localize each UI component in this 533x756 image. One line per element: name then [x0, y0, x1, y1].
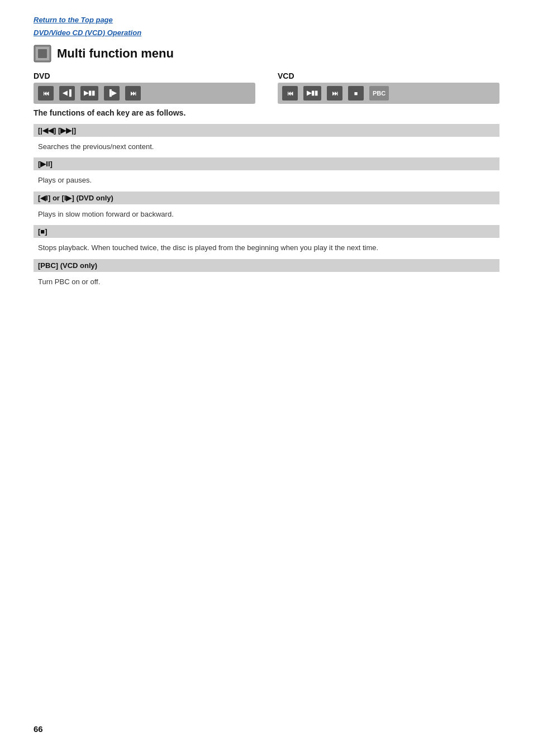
svg-rect-2	[38, 49, 47, 58]
section-header-prev-next: [|◀◀] [▶▶|]	[34, 124, 499, 137]
section-header-play-pause: [▶II]	[34, 157, 499, 170]
section-prev-next: [|◀◀] [▶▶|] Searches the previous/next c…	[34, 124, 499, 158]
section-body-pbc: Turn PBC on or off.	[34, 274, 499, 293]
page-title-row: Multi function menu	[34, 45, 499, 63]
section-stop: [■] Stops playback. When touched twice, …	[34, 225, 499, 259]
section-header-stop: [■]	[34, 225, 499, 238]
section-header-pbc: [PBC] (VCD only)	[34, 259, 499, 272]
section-header-slow-motion: [◀I] or [I▶] (DVD only)	[34, 192, 499, 204]
dvd-column: DVD ⏮ ◀▐ ▶▮▮ ▐▶ ⏭	[34, 71, 255, 104]
dvd-prev-btn[interactable]: ⏮	[38, 86, 54, 101]
dvd-next-btn[interactable]: ⏭	[125, 86, 141, 101]
vcd-next-btn[interactable]: ⏭	[327, 86, 342, 101]
dvd-play-pause-btn[interactable]: ▶▮▮	[80, 86, 98, 101]
vcd-label: VCD	[278, 71, 499, 80]
vcd-column: VCD ⏮ ▶▮▮ ⏭ ■ PBC	[278, 71, 499, 104]
vcd-play-pause-btn[interactable]: ▶▮▮	[303, 86, 321, 101]
section-body-prev-next: Searches the previous/next content.	[34, 139, 499, 158]
dvd-slow-back-btn[interactable]: ◀▐	[59, 86, 75, 101]
columns-row: DVD ⏮ ◀▐ ▶▮▮ ▐▶ ⏭ VCD ⏮ ▶▮▮ ⏭ ■ PBC	[34, 71, 499, 104]
breadcrumb-link-1[interactable]: Return to the Top page	[34, 16, 113, 24]
vcd-control-bar: ⏮ ▶▮▮ ⏭ ■ PBC	[278, 83, 499, 104]
section-play-pause: [▶II] Plays or pauses.	[34, 157, 499, 192]
vcd-prev-btn[interactable]: ⏮	[282, 86, 298, 101]
dvd-label: DVD	[34, 71, 255, 80]
section-body-slow-motion: Plays in slow motion forward or backward…	[34, 207, 499, 226]
title-icon	[34, 45, 51, 63]
page-number: 66	[34, 724, 43, 734]
dvd-slow-fwd-btn[interactable]: ▐▶	[104, 86, 120, 101]
section-pbc: [PBC] (VCD only) Turn PBC on or off.	[34, 259, 499, 293]
section-slow-motion: [◀I] or [I▶] (DVD only) Plays in slow mo…	[34, 192, 499, 226]
breadcrumb: Return to the Top page DVD/Video CD (VCD…	[34, 13, 499, 39]
section-body-play-pause: Plays or pauses.	[34, 173, 499, 192]
dvd-control-bar: ⏮ ◀▐ ▶▮▮ ▐▶ ⏭	[34, 83, 255, 104]
vcd-pbc-btn[interactable]: PBC	[369, 86, 389, 101]
section-body-stop: Stops playback. When touched twice, the …	[34, 240, 499, 259]
vcd-stop-btn[interactable]: ■	[348, 86, 364, 101]
sections-container: [|◀◀] [▶▶|] Searches the previous/next c…	[34, 124, 499, 293]
breadcrumb-link-2[interactable]: DVD/Video CD (VCD) Operation	[34, 28, 141, 37]
page-title: Multi function menu	[57, 46, 174, 61]
functions-label: The functions of each key are as follows…	[34, 108, 499, 117]
